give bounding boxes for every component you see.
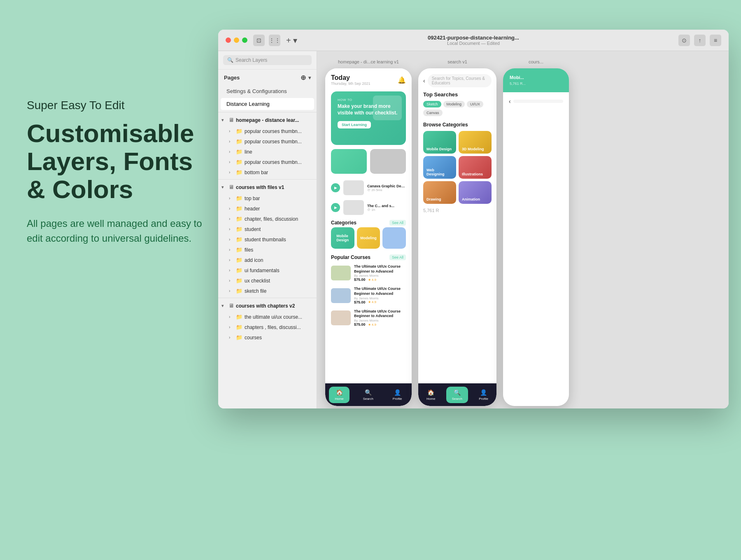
- grid-icon[interactable]: ⋮⋮: [269, 35, 280, 46]
- layer-bottom-bar[interactable]: › 📁 bottom bar: [226, 167, 317, 177]
- search-preview-column: search v1 ‹ Search for Topics, Courses &…: [418, 59, 496, 400]
- third-sub-text: 5,761 R...: [510, 82, 562, 86]
- pop-rating-2: ★ 4.9: [368, 300, 376, 304]
- cat-more[interactable]: [382, 227, 406, 249]
- browse-mobile-design[interactable]: Mobile Design: [423, 131, 456, 154]
- category-chips: MobileDesign Modeling: [325, 227, 412, 252]
- expand-arrow-icon: ▾: [221, 118, 226, 122]
- nav-home[interactable]: 🏠 Home: [329, 387, 349, 403]
- today-section: Today Thursday, 9th Sep 2021: [331, 74, 370, 86]
- pop-price-2: $75.00: [354, 300, 366, 304]
- close-button[interactable]: [226, 37, 231, 43]
- layer-search-box[interactable]: 🔍 Search Layers: [223, 55, 312, 65]
- layer-header[interactable]: › 📁 header: [226, 203, 317, 214]
- layer-chapters-files-disc[interactable]: › 📁 chapters , files, discussi...: [226, 322, 317, 332]
- export-icon[interactable]: ↑: [694, 35, 706, 46]
- cat-modeling[interactable]: Modeling: [357, 227, 380, 249]
- search-input[interactable]: Search for Topics, Courses & Educators: [428, 74, 492, 87]
- phone-top-bar: Today Thursday, 9th Sep 2021 🔔: [325, 68, 412, 91]
- maximize-button[interactable]: [242, 37, 247, 43]
- share-icon[interactable]: ≡: [710, 35, 721, 46]
- date-label: Thursday, 9th Sep 2021: [331, 82, 370, 86]
- add-button[interactable]: + ▾: [286, 35, 297, 45]
- pages-header: Pages ⊕ ▾: [218, 70, 317, 85]
- tag-modeling[interactable]: Modeling: [443, 101, 465, 107]
- headline-line2: Layers, Fonts: [27, 147, 193, 175]
- third-top-text: Mobi...: [510, 75, 562, 80]
- nav-profile[interactable]: 👤 Profile: [387, 387, 408, 403]
- home-icon: 🏠: [336, 389, 343, 396]
- browse-3d-modeling[interactable]: 3D Modeling: [459, 131, 492, 154]
- count-label: 5,761 R: [423, 208, 492, 213]
- layer-ux-checklist[interactable]: › 📁 ux checklist: [226, 275, 317, 286]
- course-list-item-1[interactable]: ▶ Canava Graphic Design Course - Beginne…: [325, 178, 412, 198]
- headline-line1: Customisable: [27, 119, 194, 147]
- banner-start-learning-btn[interactable]: Start Learning: [338, 121, 371, 128]
- browse-web-designing[interactable]: Web Designing: [423, 156, 456, 179]
- play-button-2[interactable]: ▶: [331, 203, 340, 212]
- course-list-item-2[interactable]: ▶ The C... and s... ⏱ 1h: [325, 198, 412, 217]
- profile-icon-2: 👤: [480, 389, 487, 396]
- back-arrow-icon[interactable]: ‹: [423, 77, 425, 84]
- popular-see-all[interactable]: See All: [389, 254, 406, 260]
- page-settings[interactable]: Settings & Configurations: [221, 85, 314, 97]
- banner-card: HOW TO Make your brand more visible with…: [331, 91, 406, 145]
- today-label: Today: [331, 74, 370, 82]
- course-thumb-2: [343, 200, 364, 215]
- main-headline: Customisable Layers, Fonts & Colors: [27, 119, 216, 204]
- layer-ui-fundamentals[interactable]: › 📁 ui fundamentals: [226, 265, 317, 275]
- popular-course-2[interactable]: The Ultimate UI/Ux Course Beginner to Ad…: [325, 284, 412, 306]
- layer-student-thumbnails[interactable]: › 📁 student thumbnails: [226, 234, 317, 245]
- tag-canvas[interactable]: Canvas: [423, 110, 443, 116]
- third-back-icon: ‹: [509, 98, 511, 105]
- cat-mobile-design[interactable]: MobileDesign: [331, 227, 354, 249]
- browse-drawing[interactable]: Drawing: [423, 181, 456, 204]
- minimize-button[interactable]: [234, 37, 239, 43]
- layer-popular-1[interactable]: › 📁 popular courses thumbn...: [226, 126, 317, 136]
- layer-popular-3[interactable]: › 📁 popular courses thumbn...: [226, 157, 317, 167]
- traffic-lights: [226, 37, 247, 43]
- add-page-icon[interactable]: ⊕: [301, 74, 306, 82]
- layer-line[interactable]: › 📁 line: [226, 147, 317, 157]
- frame-icon[interactable]: ⊡: [253, 35, 265, 46]
- categories-title: Categories: [331, 220, 357, 226]
- pop-title-1: The Ultimate UI/Ux Course Beginner to Ad…: [354, 264, 406, 274]
- layer-files[interactable]: › 📁 files: [226, 245, 317, 255]
- browse-illustrations[interactable]: Illustrations: [459, 156, 492, 179]
- page-distance-learning[interactable]: Distance Learning: [221, 98, 314, 110]
- categories-see-all[interactable]: See All: [389, 220, 406, 226]
- course-title-2: The C... and s...: [367, 204, 406, 208]
- layer-chapter-files[interactable]: › 📁 chapter, files, discussion: [226, 214, 317, 224]
- course-title-1: Canava Graphic Design Course - Beginner: [367, 184, 406, 188]
- search-label: search v1: [447, 59, 467, 64]
- third-search: [513, 100, 563, 103]
- popular-course-3[interactable]: The Ultimate UI/Ux Course Beginner to Ad…: [325, 307, 412, 329]
- notification-bell-icon[interactable]: 🔔: [398, 76, 406, 84]
- search-nav-profile[interactable]: 👤 Profile: [473, 387, 494, 403]
- inspect-icon[interactable]: ⊙: [678, 35, 690, 46]
- pop-title-2: The Ultimate UI/Ux Course Beginner to Ad…: [354, 287, 406, 296]
- layer-sketch-file[interactable]: › 📁 sketch file: [226, 286, 317, 296]
- browse-animation[interactable]: Animation: [459, 181, 492, 204]
- popular-course-1[interactable]: The Ultimate UI/Ux Course Beginner to Ad…: [325, 262, 412, 284]
- layer-group-homepage[interactable]: ▾ 🖥 homepage - distance lear...: [218, 114, 317, 126]
- browse-grid: Mobile Design 3D Modeling Web Designing …: [423, 131, 492, 204]
- layer-group-chapters[interactable]: ▾ 🖥 courses with chapters v2: [218, 300, 317, 312]
- course-info-1: Canava Graphic Design Course - Beginner …: [367, 184, 406, 192]
- layer-popular-2[interactable]: › 📁 popular courses thumbn...: [226, 136, 317, 147]
- layer-group-files[interactable]: ▾ 🖥 courses with files v1: [218, 181, 317, 193]
- layer-courses[interactable]: › 📁 courses: [226, 332, 317, 343]
- layer-ultimate-course[interactable]: › 📁 the ultimate ui/ux course...: [226, 312, 317, 322]
- search-nav-search[interactable]: 🔍 Search: [446, 387, 468, 403]
- layer-top-bar[interactable]: › 📁 top bar: [226, 193, 317, 203]
- search-nav-home[interactable]: 🏠 Home: [421, 387, 441, 403]
- third-back-row: ‹: [509, 98, 563, 105]
- layer-student[interactable]: › 📁 student: [226, 224, 317, 234]
- tag-sketch[interactable]: Sketch: [423, 101, 441, 107]
- tag-uiux[interactable]: UI/UX: [467, 101, 483, 107]
- layer-add-icon[interactable]: › 📁 add icon: [226, 255, 317, 265]
- play-button-1[interactable]: ▶: [331, 183, 340, 192]
- nav-search[interactable]: 🔍 Search: [357, 387, 379, 403]
- pages-chevron-icon[interactable]: ▾: [308, 75, 311, 81]
- homepage-preview-column: homepage - di...ce learning v1 Today Thu…: [325, 59, 412, 400]
